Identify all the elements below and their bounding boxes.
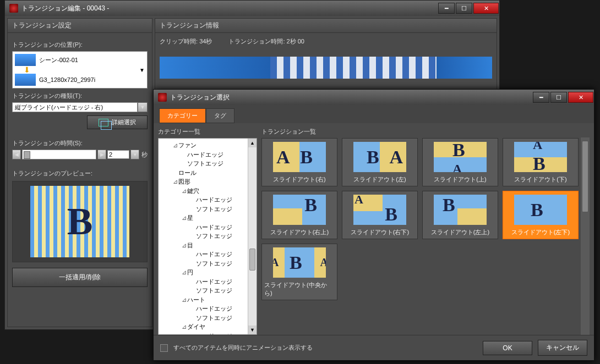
animate-checkbox-label[interactable]: すべてのアイテムを同時にアニメーション表示する xyxy=(173,344,313,352)
transition-thumb: B xyxy=(273,195,326,225)
tab-category[interactable]: カテゴリー xyxy=(159,108,206,123)
popup-minimize-button[interactable]: ━ xyxy=(533,92,549,103)
tree-node[interactable]: ⊿目 xyxy=(161,241,254,250)
tree-node[interactable]: ⊿星 xyxy=(161,213,254,223)
transition-label: スライドアウト(右上) xyxy=(270,228,329,236)
transition-thumb: B xyxy=(434,195,487,225)
transition-item[interactable]: Bスライドアウト(左下) xyxy=(503,191,579,239)
position-selector[interactable]: シーン-002-01 ⬇ G3_1280x720_2997i ▼ xyxy=(12,51,148,89)
list-scroll-thumb[interactable] xyxy=(582,141,588,212)
transition-item[interactable]: Bスライドアウト(右上) xyxy=(261,191,337,239)
detail-select-button[interactable]: 詳細選択 xyxy=(87,115,148,129)
time-label: トランジションの時間(S): xyxy=(12,139,148,147)
tree-node[interactable]: ハードエッジ xyxy=(161,150,254,159)
detail-icon xyxy=(99,119,108,126)
time-unit: 秒 xyxy=(141,151,148,159)
down-arrow-icon: ⬇ xyxy=(24,67,145,73)
tab-tag[interactable]: タグ xyxy=(206,108,234,123)
transition-label: スライドアウト(左下) xyxy=(511,228,570,236)
time-step-right[interactable]: ▶ xyxy=(97,150,106,159)
popup-maximize-button[interactable]: ☐ xyxy=(550,92,567,103)
tree-node[interactable]: ソフトエッジ xyxy=(161,231,254,241)
transition-label: スライドアウト(左) xyxy=(353,175,406,184)
transition-label: スライドアウト(左上) xyxy=(431,228,489,236)
tree-node[interactable]: ソフトエッジ xyxy=(161,286,254,295)
cancel-button[interactable]: キャンセル xyxy=(538,340,587,356)
tree-node[interactable]: ソフトエッジ xyxy=(161,313,254,323)
tree-node[interactable]: ソフトエッジ xyxy=(161,259,254,268)
clip-from-thumb xyxy=(15,54,36,66)
scroll-up-icon[interactable]: ▲ xyxy=(248,139,257,147)
clip-time-label: クリップ時間: xyxy=(160,38,198,45)
detail-button-label: 詳細選択 xyxy=(112,118,136,126)
scroll-thumb[interactable] xyxy=(249,249,255,271)
tree-node[interactable]: ソフトエッジ xyxy=(161,205,254,214)
popup-titlebar[interactable]: トランジション選択 ━ ☐ ✕ xyxy=(154,90,594,105)
main-window-title: トランジション編集 - 00043 - xyxy=(21,4,109,13)
tree-node[interactable]: ハードエッジ xyxy=(161,304,254,313)
transition-thumb: BA xyxy=(353,195,406,225)
settings-panel-title: トランジション設定 xyxy=(8,19,152,33)
time-slider[interactable] xyxy=(22,150,96,159)
tree-node[interactable]: ⊿ダイヤ xyxy=(161,322,254,332)
animate-checkbox[interactable] xyxy=(160,344,168,352)
tree-node[interactable]: ハードエッジ xyxy=(161,195,254,205)
transition-thumb: BAA xyxy=(273,247,326,278)
trans-time-label: トランジション時間: xyxy=(228,38,285,45)
category-list-label: カテゴリー一覧 xyxy=(158,128,257,136)
tree-node[interactable]: ソフトエッジ xyxy=(161,159,254,168)
tree-node[interactable]: ⊿ハート xyxy=(161,295,254,305)
bulk-apply-button[interactable]: 一括適用/削除 xyxy=(12,268,148,287)
scroll-down-icon[interactable]: ▼ xyxy=(248,326,257,334)
transition-item[interactable]: BAスライドアウト(上) xyxy=(422,138,498,186)
popup-close-button[interactable]: ✕ xyxy=(568,92,593,103)
type-dropdown-icon[interactable]: ▼ xyxy=(138,102,148,112)
close-button[interactable]: ✕ xyxy=(473,3,499,14)
transition-item[interactable]: Bスライドアウト(左上) xyxy=(422,191,498,239)
tree-node[interactable]: ハードエッジ xyxy=(161,250,254,259)
position-label: トランジションの位置(P): xyxy=(12,41,148,49)
transition-item[interactable]: BAAスライドアウト(中央から) xyxy=(261,244,337,300)
time-step-left[interactable]: ◀ xyxy=(12,150,21,159)
type-label: トランジションの種類(T): xyxy=(12,92,148,100)
position-dropdown-icon[interactable]: ▼ xyxy=(139,67,145,73)
preview-image: B xyxy=(30,186,129,257)
popup-title: トランジション選択 xyxy=(170,93,230,102)
type-dropdown[interactable]: ▼ xyxy=(12,102,148,112)
tree-scrollbar[interactable]: ▲ ▼ xyxy=(248,139,257,334)
time-spinner[interactable]: ▾ xyxy=(130,150,139,159)
type-field[interactable] xyxy=(12,102,138,112)
clip-from-text: シーン-002-01 xyxy=(39,56,78,64)
tree-node[interactable]: ハードエッジ xyxy=(161,332,254,335)
tree-node[interactable]: ⊿鍵穴 xyxy=(161,186,254,196)
maximize-button[interactable]: ☐ xyxy=(456,3,472,14)
minimize-button[interactable]: ━ xyxy=(438,3,455,14)
list-scrollbar[interactable] xyxy=(581,137,590,335)
tree-node[interactable]: ⊿円 xyxy=(161,268,254,277)
preview-label: トランジションのプレビュー: xyxy=(12,169,148,178)
app-icon xyxy=(9,4,18,13)
transition-item[interactable]: ABスライドアウト(右) xyxy=(261,138,337,186)
time-input[interactable] xyxy=(107,150,129,159)
clip-to-text: G3_1280x720_2997i xyxy=(39,76,95,83)
main-titlebar[interactable]: トランジション編集 - 00043 - ━ ☐ ✕ xyxy=(5,1,499,16)
tree-node[interactable]: ハードエッジ xyxy=(161,223,254,232)
info-panel-title: トランジション情報 xyxy=(155,19,497,33)
tree-node[interactable]: ハードエッジ xyxy=(161,277,254,286)
transition-thumb: BA xyxy=(434,142,487,172)
transition-item[interactable]: BAスライドアウト(左) xyxy=(342,138,418,186)
trans-time-value: 2秒 00 xyxy=(287,38,304,45)
clip-to-thumb xyxy=(15,74,36,86)
transition-list-label: トランジション一覧 xyxy=(261,128,590,136)
transition-thumb: BA xyxy=(353,142,406,172)
transition-item[interactable]: ABスライドアウト(下) xyxy=(503,138,579,186)
tree-node[interactable]: ⊿図形 xyxy=(161,177,254,186)
ok-button[interactable]: OK xyxy=(483,341,532,355)
settings-panel: トランジション設定 トランジションの位置(P): シーン-002-01 ⬇ G3… xyxy=(7,18,152,327)
category-tree[interactable]: ⊿ファンハードエッジソフトエッジロール⊿図形⊿鍵穴ハードエッジソフトエッジ⊿星ハ… xyxy=(158,138,257,335)
transition-item[interactable]: BAスライドアウト(右下) xyxy=(342,191,418,239)
transition-label: スライドアウト(上) xyxy=(434,175,486,184)
tree-node[interactable]: ロール xyxy=(161,168,254,178)
preview-box: B xyxy=(12,181,148,262)
tree-node[interactable]: ⊿ファン xyxy=(161,141,254,150)
